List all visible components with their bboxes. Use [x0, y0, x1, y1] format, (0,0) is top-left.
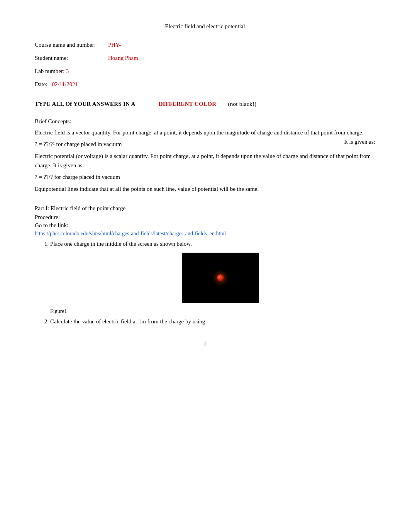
lab-value: : 3 — [63, 65, 69, 77]
it-is-given: It is given as: — [344, 137, 375, 146]
paragraph1: Electric field is a vector quantity. For… — [35, 128, 375, 137]
student-label: Student name: — [35, 52, 108, 64]
paragraph3: Equipotential lines indicate that at all… — [35, 184, 375, 194]
charge-dot — [217, 274, 224, 281]
brief-concepts-header: Brief Concepts: — [35, 118, 375, 125]
part1-header: Part I: Electric field of the point char… — [35, 205, 375, 212]
phet-link[interactable]: https://phet.colorado.edu/sims/html/char… — [35, 231, 226, 236]
formula1: ? = ??/?² for charge placed in vacuum — [35, 141, 375, 148]
figure1-image — [182, 253, 259, 303]
lab-row: Lab number : 3 — [35, 65, 375, 77]
date-label: Date: — [35, 78, 47, 90]
student-value: Hoang Pham — [108, 52, 138, 64]
paragraph2: Electric potential (or voltage) is a sca… — [35, 151, 375, 170]
meta-section: Course name and number: PHY- Student nam… — [35, 39, 375, 90]
student-row: Student name: Hoang Pham — [35, 52, 375, 64]
lab-label: Lab number — [35, 65, 63, 77]
different-color-text: DIFFERENT COLOR — [159, 101, 217, 107]
step2-item: Calculate the value of electric field at… — [50, 318, 375, 325]
procedure-list: Place one charge in the middle of the sc… — [50, 241, 375, 325]
course-row: Course name and number: PHY- — [35, 39, 375, 51]
date-value: 02/11/2021 — [52, 78, 78, 90]
date-row: Date: 02/11/2021 — [35, 78, 375, 90]
link-container: https://phet.colorado.edu/sims/html/char… — [35, 230, 375, 237]
brief-concepts-section: Brief Concepts: Electric field is a vect… — [35, 118, 375, 194]
figure1-container — [66, 253, 375, 303]
part1-section: Part I: Electric field of the point char… — [35, 205, 375, 325]
formula2: ? = ??/? for charge placed in vacuum — [35, 174, 375, 180]
course-label: Course name and number: — [35, 39, 108, 51]
type-all-line: TYPE ALL Of YOUR ANSWERS IN A DIFFERENT … — [35, 101, 375, 107]
type-all-part1: TYPE ALL Of YOUR ANSWERS IN A — [35, 101, 136, 107]
procedure-label: Procedure: — [35, 214, 375, 221]
not-black-text: (not black!) — [228, 101, 256, 107]
step1-item: Place one charge in the middle of the sc… — [50, 241, 375, 314]
page-number: 1 — [35, 340, 375, 347]
figure1-label: Figure1 — [50, 308, 375, 314]
go-to-link-label: Go to the link: — [35, 222, 375, 229]
course-value: PHY- — [108, 39, 121, 51]
page-title: Electric field and electric potential — [35, 23, 375, 30]
